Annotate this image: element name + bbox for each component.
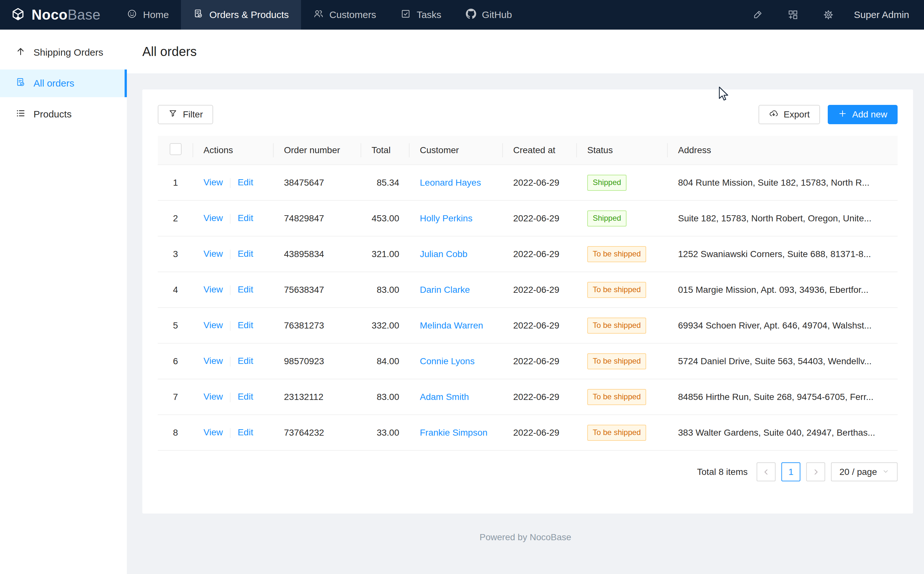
total-cell: 33.00 <box>361 415 409 451</box>
order-number-cell: 75638347 <box>274 272 361 308</box>
filter-button[interactable]: Filter <box>158 105 213 124</box>
table-row: 4 ViewEdit 75638347 83.00 Darin Clarke 2… <box>158 272 897 308</box>
edit-link[interactable]: Edit <box>238 249 253 259</box>
row-index: 8 <box>158 415 193 451</box>
nav-menu: Home Orders & Products Customers Tasks G… <box>115 0 524 30</box>
customer-link[interactable]: Holly Perkins <box>420 213 472 223</box>
address-cell: 84856 Hirthe Run, Suite 268, 94754-6705,… <box>668 379 897 415</box>
action-divider <box>230 250 231 259</box>
table-row: 6 ViewEdit 98570923 84.00 Connie Lyons 2… <box>158 343 897 379</box>
nav-item-github[interactable]: GitHub <box>453 0 524 30</box>
sidebar-item-label: Products <box>33 109 71 120</box>
export-button[interactable]: Export <box>758 105 820 124</box>
nocobase-logo[interactable]: NocoBase <box>0 6 115 24</box>
edit-link[interactable]: Edit <box>238 427 253 437</box>
nav-item-customers[interactable]: Customers <box>301 0 388 30</box>
customer-link[interactable]: Adam Smith <box>420 392 469 402</box>
customer-link[interactable]: Frankie Simpson <box>420 427 487 438</box>
customer-link[interactable]: Melinda Warren <box>420 320 483 330</box>
add-new-button[interactable]: Add new <box>828 105 897 124</box>
nav-item-label: Home <box>143 9 169 20</box>
orders-table: Actions Order number Total Customer Crea… <box>158 136 897 451</box>
action-divider <box>230 321 231 331</box>
status-tag: To be shipped <box>587 282 646 298</box>
next-page-button[interactable] <box>806 462 825 481</box>
action-divider <box>230 214 231 224</box>
order-number-cell: 98570923 <box>274 343 361 379</box>
column-header-address: Address <box>668 136 897 165</box>
user-menu[interactable]: Super Admin <box>854 9 909 20</box>
table-row: 5 ViewEdit 76381273 332.00 Melinda Warre… <box>158 308 897 343</box>
nav-item-label: Customers <box>329 9 376 20</box>
funnel-icon <box>168 109 178 121</box>
page-size-select[interactable]: 20 / page <box>831 462 897 481</box>
created-at-cell: 2022-06-29 <box>503 379 577 415</box>
view-link[interactable]: View <box>204 427 223 437</box>
chevron-down-icon <box>882 467 889 477</box>
nav-item-home[interactable]: Home <box>115 0 181 30</box>
highlighter-icon[interactable] <box>740 0 775 30</box>
view-link[interactable]: View <box>204 391 223 402</box>
file-done-icon <box>193 9 204 21</box>
order-number-cell: 76381273 <box>274 308 361 343</box>
pagination: Total 8 items 1 20 / page <box>158 462 897 481</box>
filter-button-label: Filter <box>183 109 203 120</box>
total-cell: 84.00 <box>361 343 409 379</box>
nav-right: Super Admin <box>740 0 924 30</box>
action-divider <box>230 178 231 188</box>
nav-item-label: Orders & Products <box>209 9 289 20</box>
created-at-cell: 2022-06-29 <box>503 165 577 200</box>
select-all-checkbox[interactable] <box>170 143 182 155</box>
view-link[interactable]: View <box>204 284 223 294</box>
customer-link[interactable]: Leonard Hayes <box>420 178 481 188</box>
nocobase-logo-text: NocoBase <box>32 7 100 23</box>
view-link[interactable]: View <box>204 320 223 330</box>
customer-link[interactable]: Connie Lyons <box>420 356 475 366</box>
order-number-cell: 73764232 <box>274 415 361 451</box>
edit-link[interactable]: Edit <box>238 284 253 294</box>
total-cell: 85.34 <box>361 165 409 200</box>
edit-link[interactable]: Edit <box>238 356 253 366</box>
pagination-total: Total 8 items <box>697 467 747 477</box>
nav-item-orders-products[interactable]: Orders & Products <box>181 0 301 30</box>
column-header-actions: Actions <box>193 136 274 165</box>
status-tag: To be shipped <box>587 353 646 369</box>
address-cell: 383 Walter Gardens, Suite 040, 24947, Be… <box>668 415 897 451</box>
customer-link[interactable]: Darin Clarke <box>420 285 470 295</box>
sidebar-item-label: Shipping Orders <box>33 47 103 58</box>
nav-item-tasks[interactable]: Tasks <box>388 0 453 30</box>
column-header-total: Total <box>361 136 409 165</box>
view-link[interactable]: View <box>204 356 223 366</box>
action-divider <box>230 428 231 438</box>
page-1-button[interactable]: 1 <box>781 462 800 481</box>
gear-icon[interactable] <box>811 0 846 30</box>
edit-link[interactable]: Edit <box>238 177 253 187</box>
blocks-plus-icon[interactable] <box>775 0 811 30</box>
edit-link[interactable]: Edit <box>238 320 253 330</box>
address-cell: 804 Runte Mission, Suite 182, 15783, Nor… <box>668 165 897 200</box>
row-index: 3 <box>158 236 193 272</box>
previous-page-button[interactable] <box>757 462 776 481</box>
plus-icon <box>838 109 847 120</box>
row-index: 7 <box>158 379 193 415</box>
address-cell: Suite 182, 15783, North Robert, Oregon, … <box>668 200 897 236</box>
edit-link[interactable]: Edit <box>238 213 253 223</box>
sidebar-item-all-orders[interactable]: All orders <box>0 69 127 97</box>
top-nav: NocoBase Home Orders & Products Customer… <box>0 0 924 30</box>
total-cell: 321.00 <box>361 236 409 272</box>
view-link[interactable]: View <box>204 213 223 223</box>
view-link[interactable]: View <box>204 249 223 259</box>
customer-link[interactable]: Julian Cobb <box>420 249 468 259</box>
row-index: 4 <box>158 272 193 308</box>
sidebar-item-products[interactable]: Products <box>0 100 127 128</box>
sidebar-item-shipping-orders[interactable]: Shipping Orders <box>0 39 127 66</box>
check-square-icon <box>401 9 411 21</box>
created-at-cell: 2022-06-29 <box>503 272 577 308</box>
footer-text: Powered by NocoBase <box>127 514 924 555</box>
edit-link[interactable]: Edit <box>238 391 253 402</box>
status-tag: To be shipped <box>587 246 646 262</box>
address-cell: 69934 Schoen River, Apt. 646, 49704, Wal… <box>668 308 897 343</box>
sidebar: Shipping Orders All orders Products <box>0 30 127 574</box>
github-icon <box>466 9 476 21</box>
view-link[interactable]: View <box>204 177 223 187</box>
